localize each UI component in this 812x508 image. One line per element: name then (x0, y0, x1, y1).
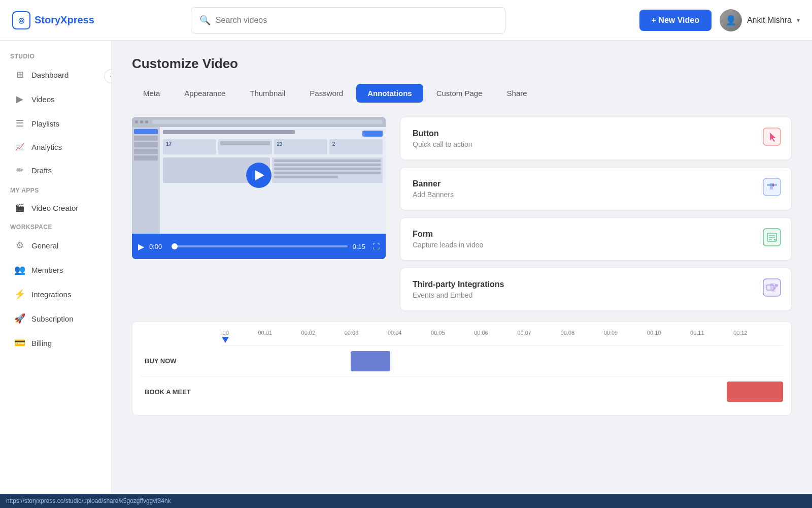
sidebar-label-general: General (31, 241, 58, 250)
annotation-title-form: Form (413, 230, 483, 239)
members-icon: 👥 (14, 264, 25, 275)
sidebar-item-general[interactable]: ⚙ General (4, 234, 107, 257)
timeline-label-book-a-meet: BOOK A MEET (141, 388, 222, 396)
timeline-track-book-a-meet (222, 376, 783, 407)
mock-sidebar (132, 127, 160, 234)
annotation-card-button[interactable]: Button Quick call to action (400, 117, 792, 160)
sidebar-label-drafts: Drafts (31, 166, 52, 175)
tab-appearance[interactable]: Appearance (173, 84, 236, 103)
tab-thumbnail[interactable]: Thumbnail (239, 84, 296, 103)
avatar-image: 👤 (720, 9, 742, 31)
sidebar-label-subscription: Subscription (31, 314, 74, 323)
workspace-section-label: Workspace (0, 219, 111, 233)
play-overlay (246, 163, 272, 188)
integrations-icon: ⚡ (14, 289, 25, 300)
video-controls: ▶ 0:00 0:15 ⛶ (132, 234, 386, 259)
timeline-marker-5: 00:05 (431, 330, 445, 336)
tabs-bar: Meta Appearance Thumbnail Password Annot… (132, 84, 792, 103)
tab-meta[interactable]: Meta (132, 84, 171, 103)
user-name-label: Ankit Mishra (747, 16, 792, 25)
timeline-marker-11: 00:11 (690, 330, 704, 336)
main-content: Customize Video Meta Appearance Thumbnai… (112, 41, 812, 508)
search-bar[interactable]: 🔍 (191, 7, 505, 34)
annotation-title-button: Button (413, 129, 472, 138)
annotation-desc-banner: Add Banners (413, 190, 454, 199)
timeline-row-book-a-meet: BOOK A MEET (141, 376, 783, 407)
search-icon: 🔍 (199, 15, 211, 26)
sidebar-label-dashboard: Dashboard (31, 71, 69, 79)
status-bar: https://storyxpress.co/studio/upload/sha… (0, 494, 812, 508)
drafts-icon: ✏ (14, 165, 25, 176)
time-total: 0:15 (353, 243, 365, 250)
sidebar-label-billing: Billing (31, 339, 52, 347)
svg-rect-3 (763, 229, 781, 246)
timeline-track-buy-now (222, 346, 783, 376)
annotation-desc-integrations: Events and Embed (413, 291, 504, 299)
videos-icon: ▶ (14, 93, 25, 105)
timeline-block-buy-now[interactable] (351, 351, 390, 371)
timeline-marker-7: 00:07 (517, 330, 531, 336)
timeline-label-buy-now: BUY NOW (141, 357, 222, 365)
sidebar-item-drafts[interactable]: ✏ Drafts (4, 158, 107, 182)
sidebar-label-integrations: Integrations (31, 290, 71, 299)
user-profile[interactable]: 👤 Ankit Mishra ▾ (720, 9, 800, 31)
annotation-card-integrations[interactable]: Third-party Integrations Events and Embe… (400, 268, 792, 311)
sidebar-item-billing[interactable]: 💳 Billing (4, 331, 107, 355)
page-title: Customize Video (132, 56, 792, 72)
timeline-marker-10: 00:10 (647, 330, 661, 336)
sidebar-label-analytics: Analytics (31, 143, 62, 151)
sidebar-item-playlists[interactable]: ☰ Playlists (4, 112, 107, 135)
annotation-info-integrations: Third-party Integrations Events and Embe… (413, 280, 504, 299)
sidebar-item-analytics[interactable]: 📈 Analytics (4, 136, 107, 157)
annotations-panel: Button Quick call to action Banner Add B… (400, 117, 792, 311)
annotation-info-button: Button Quick call to action (413, 129, 472, 148)
banner-icon (763, 178, 781, 200)
play-button[interactable]: ▶ (138, 242, 144, 251)
sidebar-item-video-creator[interactable]: 🎬 Video Creator (4, 197, 107, 218)
annotation-title-integrations: Third-party Integrations (413, 280, 504, 289)
sidebar-item-integrations[interactable]: ⚡ Integrations (4, 282, 107, 306)
form-icon (763, 228, 781, 250)
sidebar-item-members[interactable]: 👥 Members (4, 258, 107, 281)
sidebar-item-videos[interactable]: ▶ Videos (4, 87, 107, 111)
content-area: 17 23 2 (132, 117, 792, 311)
mock-main: 17 23 2 (160, 127, 386, 234)
annotation-desc-form: Capture leads in video (413, 241, 483, 249)
tab-password[interactable]: Password (298, 84, 354, 103)
logo-icon: ◎ (12, 11, 30, 29)
tab-share[interactable]: Share (496, 84, 538, 103)
analytics-icon: 📈 (14, 142, 25, 151)
avatar: 👤 (720, 9, 742, 31)
app-name: StoryXpress (35, 14, 94, 26)
timeline-marker-12: 00:12 (733, 330, 748, 336)
play-triangle (255, 170, 264, 180)
timeline-rows: BUY NOW BOOK A MEET (141, 346, 783, 407)
sidebar-item-dashboard[interactable]: ⊞ Dashboard (4, 63, 107, 86)
my-apps-section-label: My Apps (0, 183, 111, 196)
annotation-desc-button: Quick call to action (413, 140, 472, 148)
time-current: 0:00 (149, 243, 167, 250)
timeline-block-book-a-meet[interactable] (727, 382, 783, 402)
annotation-card-form[interactable]: Form Capture leads in video (400, 217, 792, 261)
annotation-title-banner: Banner (413, 179, 454, 188)
dashboard-icon: ⊞ (14, 69, 25, 80)
sidebar-item-subscription[interactable]: 🚀 Subscription (4, 307, 107, 330)
new-video-button[interactable]: + New Video (639, 10, 712, 31)
timeline-marker-0: 00:00 (222, 330, 229, 336)
status-url: https://storyxpress.co/studio/upload/sha… (6, 497, 171, 504)
annotation-info-form: Form Capture leads in video (413, 230, 483, 249)
tab-annotations[interactable]: Annotations (356, 84, 423, 103)
video-player[interactable]: 17 23 2 (132, 117, 386, 259)
sidebar: ‹ Studio ⊞ Dashboard ▶ Videos ☰ Playlist… (0, 41, 112, 508)
progress-bar[interactable] (172, 245, 348, 247)
header: ◎ StoryXpress 🔍 + New Video 👤 Ankit Mish… (0, 0, 812, 41)
search-input[interactable] (216, 16, 497, 25)
annotation-card-banner[interactable]: Banner Add Banners (400, 167, 792, 210)
app-logo: ◎ StoryXpress (12, 11, 124, 29)
timeline-section: 00:00 00:01 00:02 00:03 00:04 00:05 00:0… (132, 321, 792, 416)
tab-custom-page[interactable]: Custom Page (425, 84, 494, 103)
video-thumbnail: 17 23 2 (132, 117, 386, 234)
header-right: + New Video 👤 Ankit Mishra ▾ (639, 9, 800, 31)
annotation-info-banner: Banner Add Banners (413, 179, 454, 199)
fullscreen-button[interactable]: ⛶ (373, 242, 380, 250)
